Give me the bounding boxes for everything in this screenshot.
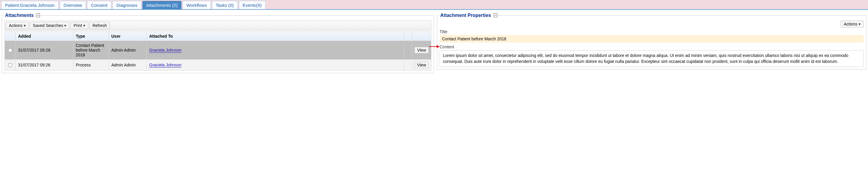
title-value: Contact Patient before March 2018 (440, 35, 864, 43)
tab-bar: Patient:Graciela Johnson Overview Consen… (0, 0, 868, 10)
tab-attachments[interactable]: Attachments (2) (143, 1, 182, 9)
cell-type: Process (73, 60, 109, 71)
cell-user: Admin Admin (109, 41, 147, 60)
attachments-toolbar: Actions Saved Searches Print Refresh (4, 21, 431, 30)
cell-added: 31/07/2017 09:28 (16, 41, 73, 60)
refresh-button[interactable]: Refresh (89, 22, 110, 29)
row-checkbox[interactable] (8, 48, 12, 52)
attachment-properties-panel: Attachment Properties Actions Title Cont… (437, 13, 866, 70)
cell-type: Contact Patient before March 2018 (73, 41, 109, 60)
attachments-legend-text: Attachments (5, 13, 34, 18)
column-spacer (404, 32, 412, 41)
tab-workflows[interactable]: Workflows (183, 1, 211, 9)
tab-patient[interactable]: Patient:Graciela Johnson (1, 1, 59, 9)
svg-marker-1 (437, 45, 440, 48)
cell-user: Admin Admin (109, 60, 147, 71)
properties-legend-text: Attachment Properties (440, 13, 491, 18)
tab-tasks[interactable]: Tasks (0) (212, 1, 238, 9)
attachments-legend: Attachments (4, 13, 40, 18)
tab-overview[interactable]: Overview (60, 1, 86, 9)
attachments-panel: Attachments Actions Saved Searches Print… (2, 13, 434, 73)
table-row[interactable]: 31/07/2017 09:28 Contact Patient before … (5, 41, 431, 60)
properties-actions-dropdown[interactable]: Actions (841, 21, 864, 28)
tab-consent[interactable]: Consent (87, 1, 111, 9)
column-user[interactable]: User (109, 32, 147, 41)
attached-to-link[interactable]: Graciela Johnson (149, 48, 182, 53)
content-value: Lorem ipsum dolor sit amet, consectetur … (440, 50, 864, 67)
print-dropdown[interactable]: Print (70, 22, 88, 29)
title-label: Title (440, 29, 864, 34)
content-label: Content (440, 45, 864, 49)
attached-to-link[interactable]: Graciela Johnson (149, 62, 182, 68)
tab-diagnoses[interactable]: Diagnoses (113, 1, 141, 9)
cell-added: 31/07/2017 09:26 (16, 60, 73, 71)
view-button[interactable]: View (414, 47, 429, 53)
properties-legend: Attachment Properties (440, 13, 498, 18)
saved-searches-dropdown[interactable]: Saved Searches (30, 22, 69, 29)
collapse-icon[interactable] (494, 14, 497, 17)
row-checkbox[interactable] (8, 63, 12, 67)
column-checkbox (5, 32, 16, 41)
column-added[interactable]: Added (16, 32, 73, 41)
attachments-table: Added Type User Attached To 31/07/2017 0… (4, 31, 431, 71)
column-attached-to[interactable]: Attached To (147, 32, 404, 41)
column-action (412, 32, 431, 41)
view-button[interactable]: View (414, 62, 429, 68)
tab-events[interactable]: Events(9) (239, 1, 266, 9)
actions-dropdown[interactable]: Actions (6, 22, 29, 29)
collapse-icon[interactable] (36, 14, 40, 17)
column-type[interactable]: Type (73, 32, 109, 41)
table-row[interactable]: 31/07/2017 09:26 Process Admin Admin Gra… (5, 60, 431, 71)
